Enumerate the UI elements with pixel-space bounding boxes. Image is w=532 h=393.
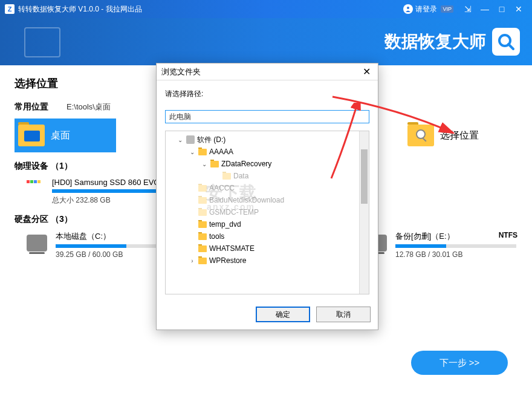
banner-title: 数据恢复大师 — [384, 30, 486, 53]
partition-c[interactable]: 本地磁盘（C:） 39.25 GB / 60.00 GB — [27, 231, 178, 259]
browse-folder-dialog: 浏览文件夹 ✕ 请选择路径: ⌄软件 (D:) ⌄AAAAA ⌄ZDataRec… — [156, 63, 378, 330]
cancel-button[interactable]: 取消 — [316, 307, 371, 322]
partition-e-size: 12.78 GB / 30.01 GB — [395, 250, 517, 259]
close-button[interactable]: ✕ — [510, 4, 527, 14]
partition-c-bar — [56, 244, 164, 248]
partition-e-bar — [395, 244, 516, 248]
app-title: 转转数据恢复大师 V1.0.0 - 我拉网出品 — [18, 4, 403, 15]
desktop-folder-icon — [18, 125, 45, 146]
tree-node[interactable]: GSMDC-TEMP — [168, 206, 366, 218]
ssd-icon — [27, 180, 44, 197]
user-icon — [403, 4, 413, 14]
tree-node[interactable]: ›WPRestore — [168, 255, 366, 267]
common-section-title: 常用位置 — [15, 102, 48, 112]
select-location-label: 选择位置 — [440, 129, 479, 142]
folder-icon — [198, 258, 207, 264]
folder-tree: ⌄软件 (D:) ⌄AAAAA ⌄ZDataRecovery Data AACC… — [165, 131, 369, 294]
folder-icon — [222, 173, 231, 180]
partition-c-name: 本地磁盘（C:） — [56, 231, 111, 242]
banner-logo-icon — [492, 28, 520, 56]
tree-node[interactable]: BaiduNetdiskDownload — [168, 194, 366, 206]
dialog-label: 请选择路径: — [165, 89, 369, 99]
partition-e-name: 备份[勿删]（E:） — [395, 231, 455, 242]
maximize-button[interactable]: □ — [493, 4, 510, 14]
folder-icon — [198, 221, 207, 228]
pin-button[interactable]: ⇲ — [459, 4, 476, 14]
dialog-title: 浏览文件夹 — [161, 67, 201, 77]
partition-e[interactable]: 备份[勿删]（E:）NTFS 12.78 GB / 30.01 GB — [366, 231, 517, 259]
drive-icon — [27, 235, 47, 252]
titlebar: Z 转转数据恢复大师 V1.0.0 - 我拉网出品 请登录 VIP ⇲ — □ … — [0, 0, 532, 18]
tree-node-drive[interactable]: ⌄软件 (D:) — [168, 134, 366, 146]
dialog-close-button[interactable]: ✕ — [360, 66, 373, 77]
desktop-tile[interactable]: 桌面 — [15, 119, 116, 152]
banner: 数据恢复大师 — [0, 18, 532, 65]
login-button[interactable]: 请登录 VIP — [403, 4, 453, 15]
folder-icon — [198, 149, 207, 155]
search-folder-icon — [407, 125, 434, 146]
tree-node[interactable]: temp_dvd — [168, 218, 366, 230]
tree-node[interactable]: tools — [168, 230, 366, 242]
banner-decoration — [24, 27, 60, 57]
tree-node[interactable]: AACCC — [168, 182, 366, 194]
tree-node[interactable]: WHATSMATE — [168, 242, 366, 255]
svg-point-0 — [407, 7, 409, 9]
desktop-tile-label: 桌面 — [51, 129, 70, 142]
device-usage-bar — [52, 189, 161, 193]
ok-button[interactable]: 确定 — [256, 307, 310, 322]
tree-node[interactable]: ⌄ZDataRecovery — [168, 158, 366, 170]
common-path: E:\tools\桌面 — [66, 102, 111, 112]
partition-e-fs: NTFS — [499, 231, 517, 242]
folder-icon — [198, 197, 207, 204]
app-logo: Z — [5, 4, 15, 14]
folder-icon — [198, 185, 207, 192]
minimize-button[interactable]: — — [476, 4, 493, 14]
tree-node[interactable]: Data — [168, 170, 366, 182]
tree-node[interactable]: ⌄AAAAA — [168, 146, 366, 158]
path-input[interactable] — [165, 110, 369, 123]
vip-badge: VIP — [441, 5, 453, 13]
tree-scrollbar[interactable] — [359, 131, 369, 294]
folder-icon — [198, 245, 207, 252]
folder-icon — [198, 233, 207, 240]
next-button[interactable]: 下一步 >> — [411, 351, 508, 375]
folder-icon — [198, 209, 207, 216]
select-location-tile[interactable]: 选择位置 — [404, 119, 505, 152]
folder-icon — [210, 161, 219, 167]
svg-line-2 — [508, 44, 513, 49]
drive-icon — [186, 135, 195, 144]
